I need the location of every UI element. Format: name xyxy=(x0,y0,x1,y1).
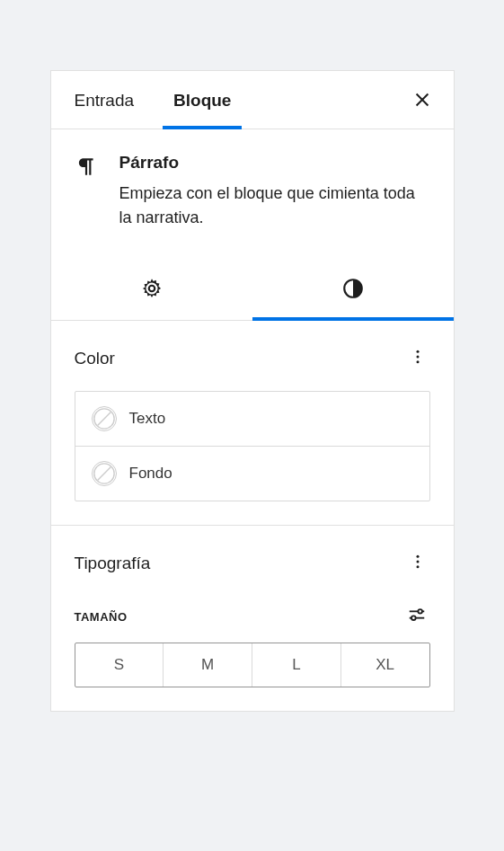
block-info: Párrafo Empieza con el bloque que cimien… xyxy=(51,129,454,257)
svg-point-14 xyxy=(411,616,416,620)
svg-point-3 xyxy=(416,360,419,363)
color-list: Texto Fondo xyxy=(75,391,430,501)
tab-settings[interactable] xyxy=(51,257,252,320)
color-label: Fondo xyxy=(129,465,172,483)
color-swatch-none xyxy=(92,461,117,486)
size-custom-button[interactable] xyxy=(403,601,430,632)
block-description: Empieza con el bloque que cimienta toda … xyxy=(119,182,430,230)
svg-point-8 xyxy=(416,555,419,558)
svg-point-12 xyxy=(418,609,422,614)
svg-point-9 xyxy=(416,561,419,563)
size-option-l[interactable]: L xyxy=(252,643,340,687)
block-title: Párrafo xyxy=(119,153,430,173)
typography-section-title: Tipografía xyxy=(75,554,151,573)
color-section: Color Texto xyxy=(51,321,454,526)
panel-header: Entrada Bloque xyxy=(51,71,454,129)
color-section-menu[interactable] xyxy=(405,344,430,373)
header-tabs: Entrada Bloque xyxy=(51,71,391,129)
svg-line-5 xyxy=(97,412,111,426)
svg-point-2 xyxy=(416,356,419,359)
size-header: TAMAÑO xyxy=(75,601,430,632)
paragraph-icon xyxy=(75,153,98,230)
color-section-title: Color xyxy=(75,349,115,368)
block-text: Párrafo Empieza con el bloque que cimien… xyxy=(119,153,430,230)
none-icon xyxy=(93,461,116,486)
tab-post[interactable]: Entrada xyxy=(51,71,155,129)
color-swatch-none xyxy=(92,406,117,431)
svg-point-1 xyxy=(416,350,419,353)
color-item-text[interactable]: Texto xyxy=(75,392,429,446)
size-option-m[interactable]: M xyxy=(163,643,252,687)
styles-icon xyxy=(341,277,365,300)
gear-icon xyxy=(140,277,164,300)
close-icon xyxy=(412,90,432,110)
color-label: Texto xyxy=(129,410,166,428)
more-vertical-icon xyxy=(409,553,427,571)
block-inspector-panel: Entrada Bloque Párrafo Empieza con el bl… xyxy=(50,70,455,712)
more-vertical-icon xyxy=(409,348,427,366)
size-label: TAMAÑO xyxy=(75,610,128,624)
close-button[interactable] xyxy=(391,72,454,128)
none-icon xyxy=(93,406,116,431)
typography-section-menu[interactable] xyxy=(405,549,430,578)
typography-section-header: Tipografía xyxy=(75,549,430,578)
typography-section: Tipografía TAMAÑO S M xyxy=(51,526,454,711)
sliders-icon xyxy=(407,605,427,625)
color-item-background[interactable]: Fondo xyxy=(75,446,429,501)
svg-line-7 xyxy=(97,467,111,481)
tab-styles[interactable] xyxy=(252,257,454,320)
inspector-subtabs xyxy=(51,257,454,321)
color-section-header: Color xyxy=(75,344,430,373)
size-option-s[interactable]: S xyxy=(75,643,164,687)
tab-block[interactable]: Bloque xyxy=(154,71,251,129)
size-option-xl[interactable]: XL xyxy=(340,643,429,687)
svg-point-10 xyxy=(416,565,419,568)
size-options: S M L XL xyxy=(75,643,430,687)
